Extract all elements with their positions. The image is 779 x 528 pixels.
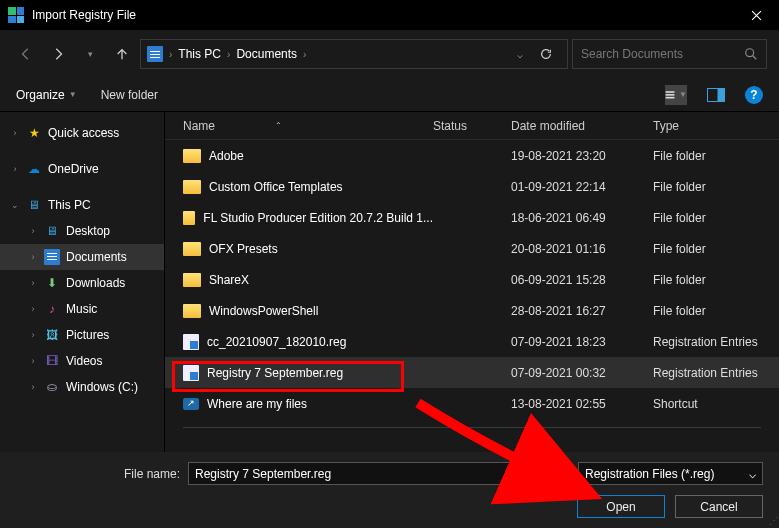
folder-icon: [183, 180, 201, 194]
chevron-right-icon: ›: [28, 304, 38, 314]
chevron-right-icon: ›: [28, 278, 38, 288]
view-details-button[interactable]: ▼: [665, 85, 687, 105]
file-name: ShareX: [209, 273, 249, 287]
table-row[interactable]: Adobe19-08-2021 23:20File folder: [165, 140, 779, 171]
filename-input[interactable]: Registry 7 September.reg ⌵: [188, 462, 570, 485]
chevron-down-icon[interactable]: ⌵: [517, 49, 523, 60]
close-button[interactable]: [733, 0, 779, 30]
arrow-right-icon: [51, 47, 65, 61]
column-headers: Name⌃ Status Date modified Type: [165, 112, 779, 140]
sidebar-item-desktop[interactable]: › 🖥 Desktop: [0, 218, 164, 244]
cancel-button[interactable]: Cancel: [675, 495, 763, 518]
chevron-down-icon[interactable]: ⌵: [558, 469, 563, 479]
nav-bar: ▾ › This PC › Documents › ⌵: [0, 30, 779, 78]
chevron-down-icon: ▾: [88, 49, 93, 59]
file-name: OFX Presets: [209, 242, 278, 256]
nav-history-button[interactable]: ▾: [76, 40, 104, 68]
chevron-right-icon: ›: [10, 164, 20, 174]
folder-icon: [183, 242, 201, 256]
organize-button[interactable]: Organize▼: [16, 88, 77, 102]
chevron-right-icon: ›: [28, 356, 38, 366]
title-bar: Import Registry File: [0, 0, 779, 30]
file-date: 19-08-2021 23:20: [511, 149, 653, 163]
nav-back-button[interactable]: [12, 40, 40, 68]
chevron-right-icon: ›: [10, 128, 20, 138]
file-name: Adobe: [209, 149, 244, 163]
filename-value: Registry 7 September.reg: [195, 467, 331, 481]
sidebar-item-this-pc[interactable]: ⌄ 🖥 This PC: [0, 192, 164, 218]
sidebar-item-pictures[interactable]: › 🖼 Pictures: [0, 322, 164, 348]
table-row[interactable]: Registry 7 September.reg07-09-2021 00:32…: [165, 357, 779, 388]
file-type: File folder: [653, 242, 779, 256]
chevron-down-icon: ▼: [69, 90, 77, 99]
file-name: Registry 7 September.reg: [207, 366, 343, 380]
preview-pane-button[interactable]: [705, 85, 727, 105]
sidebar-item-label: Music: [66, 302, 97, 316]
col-status[interactable]: Status: [433, 119, 511, 133]
col-type[interactable]: Type: [653, 119, 779, 133]
sidebar-item-onedrive[interactable]: › ☁ OneDrive: [0, 156, 164, 182]
dialog-body: › ★ Quick access › ☁ OneDrive ⌄ 🖥 This P…: [0, 112, 779, 452]
documents-icon: [147, 46, 163, 62]
arrow-up-icon: [115, 47, 129, 61]
open-button[interactable]: Open: [577, 495, 665, 518]
nav-forward-button[interactable]: [44, 40, 72, 68]
file-date: 20-08-2021 01:16: [511, 242, 653, 256]
sort-asc-icon: ⌃: [275, 121, 282, 130]
sidebar-item-label: Windows (C:): [66, 380, 138, 394]
help-icon: ?: [750, 88, 757, 102]
search-box[interactable]: [572, 39, 767, 69]
breadcrumb-root[interactable]: This PC: [178, 47, 221, 61]
sidebar-item-label: Pictures: [66, 328, 109, 342]
arrow-left-icon: [19, 47, 33, 61]
table-row[interactable]: cc_20210907_182010.reg07-09-2021 18:23Re…: [165, 326, 779, 357]
file-list: Name⌃ Status Date modified Type Adobe19-…: [165, 112, 779, 452]
refresh-icon[interactable]: [539, 47, 553, 61]
file-name: FL Studio Producer Edition 20.7.2 Build …: [203, 211, 433, 225]
window-title: Import Registry File: [32, 8, 136, 22]
chevron-right-icon: ›: [169, 49, 172, 60]
file-type-filter[interactable]: Registration Files (*.reg) ⌵: [578, 462, 763, 485]
sidebar-item-downloads[interactable]: › ⬇ Downloads: [0, 270, 164, 296]
sidebar-item-quick-access[interactable]: › ★ Quick access: [0, 120, 164, 146]
sidebar-item-music[interactable]: › ♪ Music: [0, 296, 164, 322]
breadcrumb-folder[interactable]: Documents: [236, 47, 297, 61]
search-input[interactable]: [581, 47, 736, 61]
chevron-right-icon: ›: [28, 252, 38, 262]
file-type: File folder: [653, 304, 779, 318]
app-icon: [8, 7, 24, 23]
chevron-right-icon: ›: [227, 49, 230, 60]
filename-label: File name:: [0, 467, 180, 481]
table-row[interactable]: Custom Office Templates01-09-2021 22:14F…: [165, 171, 779, 202]
music-icon: ♪: [44, 301, 60, 317]
dialog-window: Import Registry File ▾ › This PC › Docum…: [0, 0, 779, 528]
reg-file-icon: [183, 334, 199, 350]
nav-up-button[interactable]: [108, 40, 136, 68]
file-type: File folder: [653, 149, 779, 163]
col-date[interactable]: Date modified: [511, 119, 653, 133]
chevron-down-icon: ⌵: [749, 467, 756, 481]
col-name[interactable]: Name⌃: [183, 119, 433, 133]
help-button[interactable]: ?: [745, 86, 763, 104]
table-row[interactable]: Where are my files13-08-2021 02:55Shortc…: [165, 388, 779, 419]
new-folder-button[interactable]: New folder: [101, 88, 158, 102]
sidebar-item-videos[interactable]: › 🎞 Videos: [0, 348, 164, 374]
file-date: 07-09-2021 00:32: [511, 366, 653, 380]
table-row[interactable]: ShareX06-09-2021 15:28File folder: [165, 264, 779, 295]
resize-grip[interactable]: ⋰: [769, 515, 777, 526]
sidebar-item-label: Desktop: [66, 224, 110, 238]
file-type: Registration Entries: [653, 366, 779, 380]
table-row[interactable]: FL Studio Producer Edition 20.7.2 Build …: [165, 202, 779, 233]
sidebar-item-label: Documents: [66, 250, 127, 264]
desktop-icon: 🖥: [44, 223, 60, 239]
table-row[interactable]: OFX Presets20-08-2021 01:16File folder: [165, 233, 779, 264]
pictures-icon: 🖼: [44, 327, 60, 343]
file-date: 28-08-2021 16:27: [511, 304, 653, 318]
folder-icon: [183, 273, 201, 287]
sidebar-item-documents[interactable]: › Documents: [0, 244, 164, 270]
breadcrumb[interactable]: › This PC › Documents › ⌵: [140, 39, 568, 69]
close-icon: [751, 10, 762, 21]
table-row[interactable]: WindowsPowerShell28-08-2021 16:27File fo…: [165, 295, 779, 326]
sidebar-item-windows-c[interactable]: › ⛀ Windows (C:): [0, 374, 164, 400]
shortcut-icon: [183, 398, 199, 410]
